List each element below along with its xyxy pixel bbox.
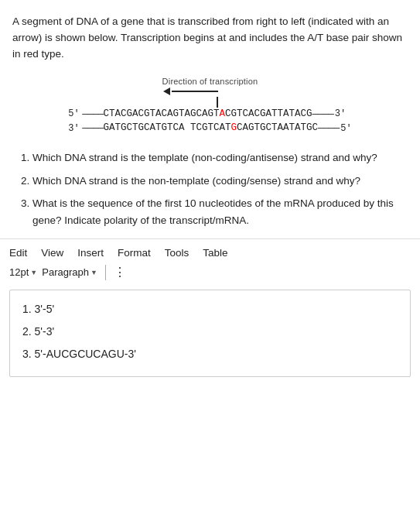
answer-2: 2. 5'-3' [22,322,398,341]
more-options-icon[interactable]: ⋮ [114,265,127,280]
strand-3-end: 5' [340,122,351,135]
transcription-arrow [163,87,218,95]
question-3: What is the sequence of the first 10 nuc… [32,195,408,228]
vertical-connector [217,97,218,108]
toolbar-divider [105,265,106,280]
questions-section: Which DNA strand is the template (non-co… [12,149,408,228]
strand-5-dashes-right: ———— [312,108,333,122]
answer-box[interactable]: 1. 3'-5' 2. 5'-3' 3. 5'-AUCGCUCAGU-3' [9,290,411,378]
strand-5-dashes-left: ———— [82,108,103,122]
formatting-bar: 12pt ▼ Paragraph ▼ ⋮ [9,262,411,283]
dna-diagram: Direction of transcription 5' ———— CTACG… [12,77,408,135]
font-size-value: 12pt [9,266,29,278]
toolbar: Edit View Insert Format Tools Table 12pt… [0,238,420,283]
strand-3prime: 3' ———— GATGCTGCATGTCA TCGTCATGCAGTGCTAA… [68,122,351,135]
paragraph-value: Paragraph [42,266,89,278]
paragraph-chevron: ▼ [90,269,97,276]
strand-5-seq: CTACGACGTACAGTAGCAGTACGTCACGATTATACG [104,108,312,122]
question-2: Which DNA strand is the non-template (co… [32,173,408,190]
menu-format[interactable]: Format [118,247,151,259]
answer-3: 3. 5'-AUCGCUCAGU-3' [22,345,398,364]
strand-3-seq: GATGCTGCATGTCA TCGTCATGCAGTGCTAATATGC [104,122,319,135]
arrow-line [172,91,218,92]
arrow-head-icon [163,87,170,95]
dna-strands: 5' ———— CTACGACGTACAGTAGCAGTACGTCACGATTA… [68,108,351,135]
questions-list: Which DNA strand is the template (non-co… [15,149,408,228]
menu-bar: Edit View Insert Format Tools Table [9,244,411,262]
menu-tools[interactable]: Tools [165,247,190,259]
answer-1: 1. 3'-5' [22,300,398,319]
menu-view[interactable]: View [41,247,63,259]
strand-3-dashes-left: ———— [82,122,103,135]
menu-insert[interactable]: Insert [77,247,104,259]
font-size-chevron: ▼ [30,269,37,276]
paragraph-select[interactable]: Paragraph ▼ [42,266,97,278]
strand-3-label: 3' [68,122,82,135]
strand-5-end: 3' [335,108,346,121]
direction-label: Direction of transcription [162,77,258,86]
menu-table[interactable]: Table [203,247,227,259]
menu-edit[interactable]: Edit [9,247,27,259]
strand-5-label: 5' [68,108,82,121]
font-size-select[interactable]: 12pt ▼ [9,266,37,278]
question-1: Which DNA strand is the template (non-co… [32,149,408,166]
strand-3-dashes-right: ———— [318,122,339,135]
strand-5prime: 5' ———— CTACGACGTACAGTAGCAGTACGTCACGATTA… [68,108,346,122]
intro-text: A segment of DNA of a gene that is trans… [12,14,408,63]
